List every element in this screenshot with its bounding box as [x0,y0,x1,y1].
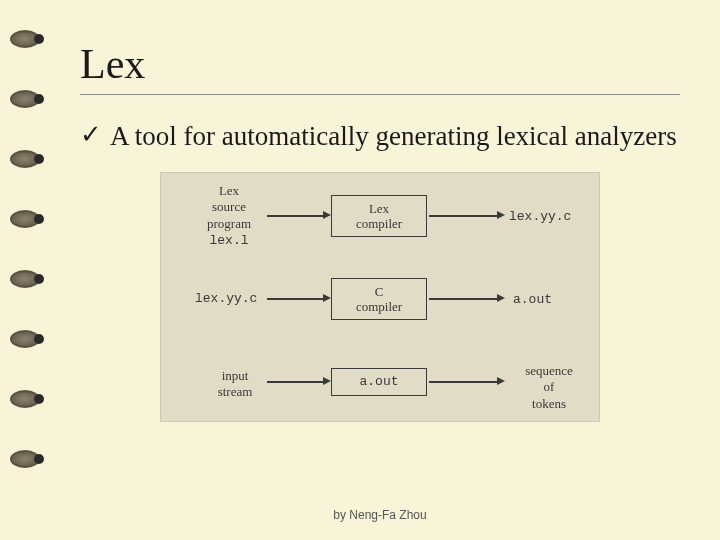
row2-box-line1: C [375,284,384,299]
row3-output-line2: of [544,379,555,394]
row1-box-line1: Lex [369,201,389,216]
row1-box-line2: compiler [356,216,402,231]
checkmark-icon: ✓ [80,119,102,150]
arrow-head-icon [323,377,331,385]
row2-box: C compiler [331,278,427,320]
arrow-line [429,381,499,383]
row3-output-label: sequence of tokens [509,363,589,412]
row1-input-code: lex.l [209,233,248,248]
row3-box-line1: a.out [359,374,398,390]
row3-input-line2: stream [218,384,253,399]
slide-content: Lex ✓ A tool for automatically generatin… [50,10,710,530]
arrow-head-icon [323,294,331,302]
row2-box-line2: compiler [356,299,402,314]
row2-output: a.out [513,292,552,308]
lex-flow-diagram: Lex source program lex.l Lex compiler le… [160,172,600,422]
row1-input-line2: source [212,199,246,214]
row1-input-line1: Lex [219,183,239,198]
notebook-rings [10,30,36,510]
arrow-head-icon [323,211,331,219]
row1-output: lex.yy.c [509,209,571,225]
arrow-head-icon [497,294,505,302]
arrow-line [429,298,499,300]
row3-box: a.out [331,368,427,396]
row3-input-line1: input [222,368,249,383]
arrow-line [267,381,325,383]
footer-credit: by Neng-Fa Zhou [333,508,426,522]
arrow-line [429,215,499,217]
row3-output-line3: tokens [532,396,566,411]
arrow-head-icon [497,377,505,385]
row1-box: Lex compiler [331,195,427,237]
arrow-line [267,298,325,300]
row1-input-line3: program [207,216,251,231]
page-title: Lex [80,40,680,95]
bullet-text: A tool for automatically generating lexi… [110,119,677,154]
row2-input-code: lex.yy.c [195,291,257,307]
row1-input-label: Lex source program lex.l [189,183,269,249]
row3-output-line1: sequence [525,363,573,378]
row3-input-label: input stream [205,368,265,401]
arrow-line [267,215,325,217]
bullet-item: ✓ A tool for automatically generating le… [80,119,680,154]
arrow-head-icon [497,211,505,219]
